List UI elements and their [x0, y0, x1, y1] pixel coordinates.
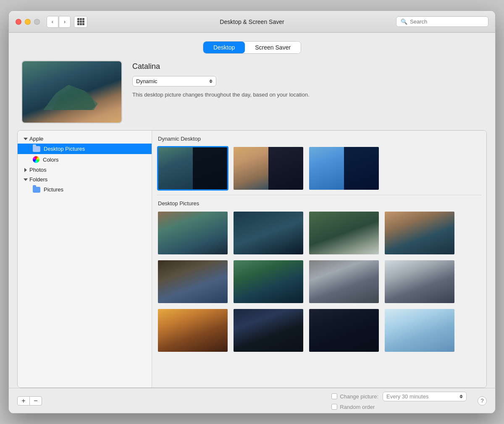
tab-group: Desktop Screen Saver [203, 41, 301, 54]
section-separator [157, 195, 481, 195]
folders-group-label: Folders [29, 176, 47, 183]
desktop-thumb-2[interactable] [233, 211, 304, 255]
dynamic-section-label: Dynamic Desktop [157, 136, 481, 142]
bottom-options: Change picture: Every 30 minutes Random … [331, 392, 467, 410]
colors-label: Colors [43, 157, 59, 163]
traffic-lights [16, 19, 40, 25]
preview-section: Catalina Dynamic This desktop picture ch… [17, 60, 487, 123]
change-picture-row: Change picture: Every 30 minutes [331, 392, 467, 401]
spinner-up-arrow [209, 79, 213, 81]
add-button[interactable]: + [17, 396, 30, 406]
desktop-row-2 [157, 259, 481, 304]
grid-icon [77, 18, 84, 25]
sidebar-group-photos[interactable]: Photos [18, 165, 152, 175]
change-picture-checkbox[interactable] [331, 393, 337, 399]
grid-view-button[interactable] [74, 16, 87, 28]
preview-info: Catalina Dynamic This desktop picture ch… [132, 60, 310, 98]
dynamic-thumb-3[interactable] [308, 146, 380, 191]
desktop-thumb-3[interactable] [308, 211, 380, 255]
desktop-thumb-8[interactable] [384, 259, 455, 304]
desktop-thumb-11[interactable] [308, 308, 380, 353]
spinner-down-arrow [209, 81, 213, 83]
content-area: Desktop Screen Saver Catalina Dynamic [9, 33, 495, 388]
dynamic-thumb-1[interactable] [157, 146, 228, 191]
desktop-row-1 [157, 211, 481, 255]
change-picture-label[interactable]: Change picture: [331, 393, 378, 400]
wallpaper-preview [21, 60, 122, 123]
svg-marker-1 [52, 87, 96, 110]
desktop-thumb-1[interactable] [157, 211, 228, 255]
sidebar-item-pictures[interactable]: Pictures [18, 184, 152, 195]
change-picture-text: Change picture: [340, 393, 378, 400]
desktop-thumb-4[interactable] [384, 211, 455, 255]
back-button[interactable]: ‹ [47, 16, 58, 28]
interval-dropdown[interactable]: Every 30 minutes [383, 392, 467, 401]
photos-group-label: Photos [29, 167, 46, 173]
maximize-button[interactable] [34, 19, 40, 25]
interval-up-arrow [459, 395, 463, 396]
wallpaper-name: Catalina [132, 62, 310, 71]
apple-group-triangle [24, 138, 28, 140]
random-order-text: Random order [340, 404, 375, 410]
spinner-icon [209, 79, 213, 83]
apple-group-label: Apple [29, 136, 43, 142]
desktop-pictures-label: Desktop Pictures [44, 146, 85, 152]
photos-group-triangle [24, 168, 27, 172]
tab-bar: Desktop Screen Saver [17, 41, 487, 54]
sidebar-group-folders[interactable]: Folders [18, 175, 152, 184]
forward-button[interactable]: › [59, 16, 71, 28]
folders-group-triangle [24, 178, 28, 181]
interval-spinner-icon [459, 395, 463, 398]
minimize-button[interactable] [25, 19, 31, 25]
sidebar-item-colors[interactable]: Colors [18, 154, 152, 165]
folder-icon-pictures [33, 187, 40, 193]
sidebar-group-apple[interactable]: Apple [18, 134, 152, 144]
desktop-thumb-12[interactable] [384, 308, 455, 353]
nav-buttons: ‹ › [47, 16, 71, 28]
add-remove-buttons: + − [17, 396, 42, 406]
sidebar: Apple Desktop Pictures Colors Photos [18, 131, 152, 387]
main-panel: Apple Desktop Pictures Colors Photos [17, 130, 487, 388]
main-window: ‹ › Desktop & Screen Saver 🔍 [8, 10, 496, 414]
island-svg [31, 72, 106, 114]
remove-button[interactable]: − [29, 396, 42, 406]
desktop-thumb-5[interactable] [157, 259, 228, 304]
tab-screensaver[interactable]: Screen Saver [245, 42, 301, 53]
interval-value: Every 30 minutes [386, 393, 458, 400]
style-dropdown-value: Dynamic [136, 78, 207, 84]
sidebar-item-desktop-pictures[interactable]: Desktop Pictures [18, 144, 152, 154]
dynamic-wallpaper-row [157, 146, 481, 191]
interval-down-arrow [459, 397, 463, 398]
wallpaper-grid-area: Dynamic Desktop [152, 131, 486, 387]
desktop-thumb-7[interactable] [308, 259, 380, 304]
search-input[interactable] [410, 18, 484, 25]
pictures-label: Pictures [44, 186, 63, 193]
desktop-thumb-6[interactable] [233, 259, 304, 304]
search-icon: 🔍 [401, 18, 407, 25]
folder-icon-desktop-pictures [33, 146, 40, 152]
tab-desktop[interactable]: Desktop [203, 42, 245, 53]
random-order-label[interactable]: Random order [331, 404, 467, 410]
desktop-section-label: Desktop Pictures [157, 200, 481, 207]
desktop-thumb-9[interactable] [157, 308, 228, 353]
help-button[interactable]: ? [478, 396, 487, 406]
wallpaper-description: This desktop picture changes throughout … [132, 92, 310, 98]
window-title: Desktop & Screen Saver [220, 18, 284, 25]
dynamic-thumb-1-inner [158, 147, 227, 189]
dynamic-thumb-3-inner [309, 147, 379, 190]
bottom-bar: + − Change picture: Every 30 minutes [9, 388, 495, 413]
close-button[interactable] [16, 19, 21, 25]
style-dropdown[interactable]: Dynamic [132, 76, 216, 86]
search-box[interactable]: 🔍 [396, 16, 488, 27]
random-order-checkbox[interactable] [331, 404, 337, 410]
titlebar: ‹ › Desktop & Screen Saver 🔍 [9, 11, 495, 33]
desktop-row-3 [157, 308, 481, 353]
dynamic-thumb-2-inner [234, 147, 303, 190]
bottom-right: ? [473, 396, 487, 406]
color-wheel-icon [33, 156, 39, 163]
desktop-thumb-10[interactable] [233, 308, 304, 353]
dynamic-thumb-2[interactable] [233, 146, 304, 191]
